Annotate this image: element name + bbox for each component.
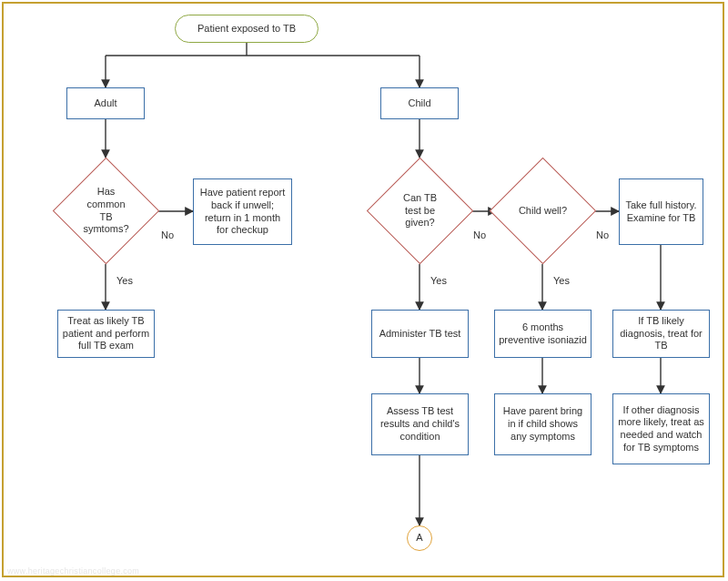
process-administer-test: Administer TB test xyxy=(371,310,469,358)
process-full-history: Take full history. Examine for TB xyxy=(619,178,703,245)
node-label: Have parent bring in if child shows any … xyxy=(499,405,587,443)
decision-tb-test: Can TB test be given? xyxy=(382,173,458,249)
decision-symptoms: Has common TB symtoms? xyxy=(68,173,144,249)
process-other-diagnosis: If other diagnosis more likely, treat as… xyxy=(612,393,710,464)
process-tb-likely: If TB likely diagnosis, treat for TB xyxy=(612,310,710,358)
edge-label-no: No xyxy=(596,229,609,240)
node-label: Take full history. Examine for TB xyxy=(623,199,699,225)
node-label: Child well? xyxy=(519,205,567,218)
node-label: Child xyxy=(408,97,430,110)
edge-label-no: No xyxy=(161,229,174,240)
decision-child-well: Child well? xyxy=(505,173,581,249)
process-report-back: Have patient report back if unwell; retu… xyxy=(193,178,292,245)
edge-label-yes: Yes xyxy=(116,275,133,286)
node-label: Administer TB test xyxy=(379,328,461,341)
watermark: www.heritagechristiancollege.com xyxy=(7,566,139,576)
node-label: 6 months preventive isoniazid xyxy=(499,321,587,347)
node-label: Can TB test be given? xyxy=(395,192,445,229)
node-label: Adult xyxy=(94,97,116,110)
node-label: Patient exposed to TB xyxy=(197,23,296,36)
node-label: If other diagnosis more likely, treat as… xyxy=(617,404,705,454)
node-label: Has common TB symtoms? xyxy=(81,186,131,236)
process-isoniazid: 6 months preventive isoniazid xyxy=(494,310,592,358)
edge-label-yes: Yes xyxy=(430,275,447,286)
edge-label-yes: Yes xyxy=(553,275,570,286)
process-parent-bring: Have parent bring in if child shows any … xyxy=(494,393,592,455)
process-adult: Adult xyxy=(66,87,145,119)
node-label: Treat as likely TB patient and perform f… xyxy=(62,315,150,352)
process-assess-results: Assess TB test results and child's condi… xyxy=(371,393,469,455)
process-child: Child xyxy=(380,87,459,119)
node-label: Have patient report back if unwell; retu… xyxy=(197,187,288,237)
edge-label-no: No xyxy=(473,229,486,240)
terminator-start: Patient exposed to TB xyxy=(175,15,318,43)
node-label: If TB likely diagnosis, treat for TB xyxy=(617,315,705,352)
connector-a: A xyxy=(407,525,432,551)
node-label: A xyxy=(416,532,422,545)
node-label: Assess TB test results and child's condi… xyxy=(376,405,464,443)
process-treat-adult: Treat as likely TB patient and perform f… xyxy=(57,310,155,358)
